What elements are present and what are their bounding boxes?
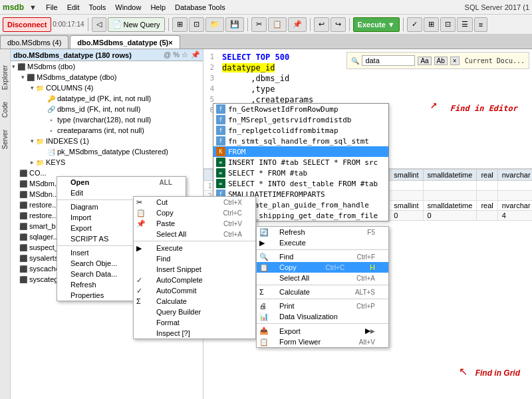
ctx2-autocommit[interactable]: ✓ AutoCommit bbox=[134, 285, 255, 296]
ac-item-0[interactable]: f fn_GetRowsetIdFromRowDump bbox=[213, 104, 388, 114]
toolbar-btn-6[interactable]: ☰ bbox=[457, 17, 473, 32]
toolbar-btn-5[interactable]: ⊡ bbox=[440, 17, 456, 32]
sub-ctx-export-label: Export bbox=[279, 327, 301, 335]
tree-expand-arrow-2[interactable]: ▾ bbox=[31, 84, 34, 91]
ac-item-7[interactable]: ≡ SELECT * INTO dest_table FROM #tab bbox=[213, 178, 388, 189]
tree-expand-arrow-1[interactable]: ▾ bbox=[21, 74, 25, 80]
menu-database-tools[interactable]: Database Tools bbox=[171, 3, 229, 12]
sub-ctx-select-all[interactable]: Select All Ctrl+A bbox=[257, 273, 388, 283]
toolbar-redo[interactable]: ↪ bbox=[331, 17, 346, 32]
ac-item-3[interactable]: f fn_stmt_sql_handle_from_sql_stmt bbox=[213, 136, 388, 146]
tree-node-8[interactable]: 📑pk_MSdbms_datatype (Clustered) bbox=[11, 146, 203, 157]
tree-expand-arrow-9[interactable]: ▸ bbox=[31, 159, 34, 166]
col-header-nvarchar[interactable]: nvarchar bbox=[497, 170, 532, 181]
tree-node-9[interactable]: ▸📁KEYS bbox=[11, 157, 203, 168]
execute-button[interactable]: Execute ▼ bbox=[353, 17, 400, 32]
ac-item-4[interactable]: K FROM bbox=[213, 146, 388, 157]
disconnect-button[interactable]: Disconnect bbox=[3, 17, 51, 32]
toolbar-paste[interactable]: 📌 bbox=[288, 17, 307, 32]
toolbar-btn-1[interactable]: ⊞ bbox=[172, 17, 188, 32]
toolbar-btn-3[interactable]: 📁 bbox=[205, 17, 224, 32]
back-button[interactable]: ◁ bbox=[92, 17, 106, 32]
side-tab-code[interactable]: Code bbox=[0, 99, 10, 120]
find-close-btn[interactable]: × bbox=[450, 57, 460, 65]
col-header-real[interactable]: real bbox=[477, 170, 497, 181]
tree-icon-db: ⬛ bbox=[19, 211, 28, 220]
sub-ctx-copy[interactable]: 📋 Copy Ctrl+C H bbox=[257, 262, 388, 273]
ac-icon-3: f bbox=[216, 136, 225, 146]
ctx2-calculate[interactable]: Σ Calculate bbox=[134, 296, 255, 307]
ac-item-6[interactable]: ≡ SELECT * FROM #tab bbox=[213, 168, 388, 178]
menu-tools[interactable]: Tools bbox=[85, 3, 110, 12]
sub-ctx-print[interactable]: 🖨 Print Ctrl+P bbox=[257, 301, 388, 311]
toolbar-separator-5 bbox=[349, 18, 350, 31]
ctx2-copy[interactable]: 📋 Copy Ctrl+C bbox=[134, 207, 255, 218]
tree-node-label-9: KEYS bbox=[46, 158, 65, 166]
tab-1[interactable]: dbo.MSdbms_datatype (5)× bbox=[70, 35, 180, 49]
ac-item-5[interactable]: ≡ INSERT INTO #tab SELECT * FROM src bbox=[213, 157, 388, 168]
tree-node-5[interactable]: ▪type (nvarchar(128), not null) bbox=[11, 114, 203, 125]
col-header-smalldatetime[interactable]: smalldatetime bbox=[423, 170, 477, 181]
tree-icon-key: 🔑 bbox=[47, 94, 56, 103]
side-tab-explorer[interactable]: Explorer bbox=[0, 63, 10, 92]
toolbar-btn-check[interactable]: ✓ bbox=[407, 17, 422, 32]
ctx-open[interactable]: Open ALL bbox=[57, 177, 186, 188]
sub-ctx-sep-1 bbox=[257, 249, 388, 250]
new-query-button[interactable]: 📄 New Query bbox=[108, 17, 165, 32]
tree-expand-arrow-0[interactable]: ▾ bbox=[12, 63, 15, 70]
ctx2-find[interactable]: Find bbox=[134, 253, 255, 264]
toolbar-btn-7[interactable]: ≡ bbox=[474, 17, 487, 32]
ac-label-7: SELECT * INTO dest_table FROM #tab bbox=[228, 180, 378, 188]
toolbar-separator-3 bbox=[247, 18, 248, 31]
find-case-btn[interactable]: Aa bbox=[418, 57, 431, 65]
ctx-open-label: Open bbox=[70, 178, 89, 186]
toolbar-cut[interactable]: ✂ bbox=[251, 17, 267, 32]
toolbar-btn-2[interactable]: ⊡ bbox=[189, 17, 204, 32]
menu-window[interactable]: Window bbox=[111, 3, 145, 12]
toolbar-copy[interactable]: 📋 bbox=[268, 17, 287, 32]
pin-icon[interactable]: 📌 bbox=[191, 51, 200, 59]
sub-ctx-calculate[interactable]: Σ Calculate ALT+S bbox=[257, 287, 388, 297]
sub-ctx-find[interactable]: 🔍 Find Ctrl+F bbox=[257, 251, 388, 262]
tree-expand-arrow-7[interactable]: ▾ bbox=[31, 138, 34, 144]
ctx2-select-all[interactable]: Select All Ctrl+A bbox=[134, 229, 255, 239]
ctx2-autocomplete[interactable]: ✓ AutoComplete bbox=[134, 275, 255, 285]
tab-0[interactable]: dbo.MSdbms (4) bbox=[0, 35, 68, 49]
time-display: 0:00:17:14 bbox=[53, 21, 84, 28]
tree-node-label-16: sqlager... bbox=[29, 233, 59, 241]
tree-node-7[interactable]: ▾📁INDEXES (1) bbox=[11, 136, 203, 146]
ctx2-execute[interactable]: ▶ Execute bbox=[134, 243, 255, 253]
execute-icon: ▶ bbox=[136, 244, 142, 253]
sub-ctx-export[interactable]: 📤 Export ▶ bbox=[257, 325, 388, 336]
ctx2-query-builder[interactable]: Query Builder bbox=[134, 307, 255, 317]
tree-node-0[interactable]: ▾⬛MSdbms (dbo) bbox=[11, 61, 203, 72]
col-header-smallint[interactable]: smallint bbox=[390, 170, 423, 181]
ctx2-paste[interactable]: 📌 Paste Ctrl+V bbox=[134, 218, 255, 229]
sub-ctx-form-viewer[interactable]: 📋 Form Viewer Alt+V bbox=[257, 336, 388, 347]
menu-edit[interactable]: Edit bbox=[63, 3, 84, 12]
ac-item-2[interactable]: f fn_replgetcolidfrombitmap bbox=[213, 125, 388, 136]
side-tab-server[interactable]: Server bbox=[0, 127, 10, 152]
tree-node-1[interactable]: ▾⬛MSdbms_datatype (dbo) bbox=[11, 72, 203, 82]
ctx2-inspect[interactable]: Inspect [?] bbox=[134, 328, 255, 338]
ctx2-format[interactable]: Format bbox=[134, 317, 255, 328]
cell-smalldatetime: smalldatetime bbox=[423, 201, 477, 211]
toolbar-undo[interactable]: ↩ bbox=[314, 17, 329, 32]
ctx2-cut[interactable]: ✂ Cut Ctrl+X bbox=[134, 197, 255, 207]
toolbar-btn-save[interactable]: 💾 bbox=[225, 17, 244, 32]
sub-ctx-refresh[interactable]: 🔄 Refresh F5 bbox=[257, 227, 388, 237]
find-input[interactable] bbox=[362, 55, 415, 66]
tree-node-4[interactable]: 🔗dbms_id (FK, int, not null) bbox=[11, 104, 203, 114]
ctx2-insert-snippet[interactable]: Insert Snippet bbox=[134, 264, 255, 275]
find-whole-btn[interactable]: Ab bbox=[434, 57, 448, 65]
menu-file[interactable]: File bbox=[42, 3, 62, 12]
menu-help[interactable]: Help bbox=[146, 3, 170, 12]
tree-node-2[interactable]: ▾📁COLUMNS (4) bbox=[11, 82, 203, 93]
ac-item-1[interactable]: f fn_MSrepl_getsrvidfromdistdb bbox=[213, 114, 388, 125]
sub-ctx-data-viz[interactable]: 📊 Data Visualization bbox=[257, 311, 388, 322]
new-query-icon: 📄 bbox=[112, 20, 122, 29]
tree-node-6[interactable]: ▪createparams (int, not null) bbox=[11, 125, 203, 136]
toolbar-btn-4[interactable]: ⊞ bbox=[424, 17, 439, 32]
sub-ctx-execute[interactable]: ▶ Execute bbox=[257, 237, 388, 248]
tree-node-3[interactable]: 🔑datatype_id (PK, int, not null) bbox=[11, 93, 203, 104]
